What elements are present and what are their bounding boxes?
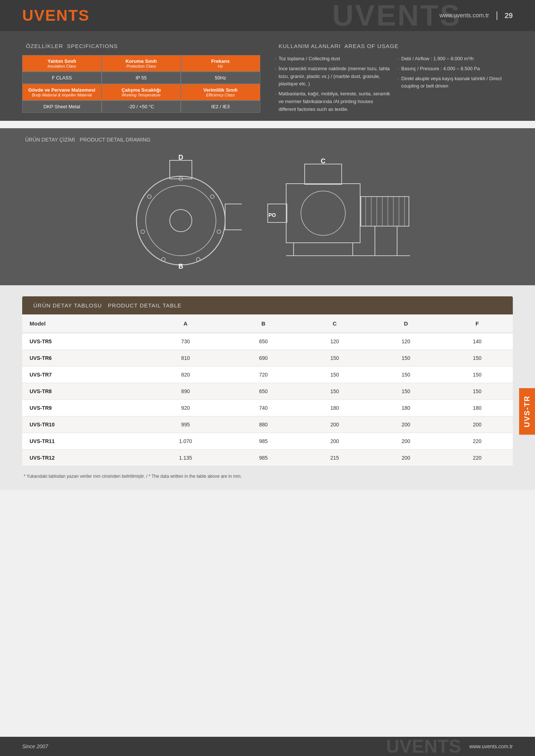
usage-list-right: Debi / Airflow : 1.900 – 8.000 m³/h Bası… <box>397 55 513 90</box>
table-row: UVS-TR111.070985200200220 <box>22 433 513 449</box>
cell-value: 180 <box>441 399 513 416</box>
cell-value: 120 <box>370 333 441 350</box>
usage-item-2: İnce tanecikli malzeme naklinde (mermer … <box>275 65 390 88</box>
specs-title: ÖZELLİKLERSPECIFICATIONS <box>22 42 260 50</box>
specs-grid: Yalıtım Sınıfı Insulation Class Koruma S… <box>22 55 260 113</box>
temp-value: -20 / +50 °C <box>102 101 181 113</box>
cell-value: 810 <box>143 350 228 366</box>
specs-row-values1: F CLASS IP 55 50Hz <box>22 72 260 84</box>
cell-value: 180 <box>370 399 441 416</box>
cell-value: 220 <box>441 449 513 466</box>
cell-value: 200 <box>370 416 441 433</box>
table-row: UVS-TR5730650120120140 <box>22 333 513 350</box>
usage-columns: Toz toplama / Collecting dust İnce tanec… <box>275 55 513 113</box>
insulation-subtitle: Insulation Class <box>27 64 97 68</box>
side-label: UVS-TR <box>519 388 535 435</box>
logo: UVENTS <box>22 7 89 24</box>
usage-title: KULLANIM ALANLARIAREAS OF USAGE <box>275 42 513 50</box>
efficiency-title: Verimlilik Sınıfı <box>186 87 255 93</box>
usage-item-4: Debi / Airflow : 1.900 – 8.000 m³/h <box>397 55 513 63</box>
body-subtitle: Body Material & Impeller Material <box>27 93 97 97</box>
cell-model: UVS-TR11 <box>22 433 143 449</box>
header-page: 29 <box>497 11 513 20</box>
footnote: * Yukarıdaki tablodan yazan veriler mm c… <box>22 474 513 479</box>
table-header-row: Model A B C D F <box>22 314 513 333</box>
svg-rect-12 <box>305 164 342 184</box>
cell-value: 200 <box>370 449 441 466</box>
usage-right: Debi / Airflow : 1.900 – 8.000 m³/h Bası… <box>397 55 513 113</box>
svg-point-8 <box>162 258 165 261</box>
cell-value: 150 <box>441 350 513 366</box>
col-model: Model <box>22 314 143 333</box>
label-b: B <box>178 263 183 270</box>
svg-point-14 <box>301 191 345 235</box>
svg-point-7 <box>196 258 200 261</box>
usage-list-left: Toz toplama / Collecting dust İnce tanec… <box>275 55 390 113</box>
drawing-section: ÜRÜN DETAY ÇİZİMİ PRODUCT DETAIL DRAWING… <box>0 128 535 285</box>
table-row: UVS-TR10995880200200200 <box>22 416 513 433</box>
cell-value: 120 <box>299 333 370 350</box>
cell-value: 820 <box>143 366 228 383</box>
svg-point-6 <box>217 230 221 234</box>
specs-row-header2: Gövde ve Pervane Malzemesi Body Material… <box>22 84 260 101</box>
cell-value: 650 <box>228 333 299 350</box>
footer-since: Since 2007 <box>22 743 48 749</box>
cell-value: 690 <box>228 350 299 366</box>
usage-item-5: Basınç / Pressure : 4.000 – 8.500 Pa <box>397 65 513 73</box>
insulation-value: F CLASS <box>22 72 102 84</box>
footer-url: www.uvents.com.tr <box>470 743 513 749</box>
fan-front-drawing: D A B <box>116 152 242 270</box>
temp-title: Çalışma Sıcaklığı <box>106 87 176 93</box>
col-f: F <box>441 314 513 333</box>
cell-value: 140 <box>441 333 513 350</box>
footer-bg-logo: UVENTS <box>386 736 461 756</box>
cell-value: 920 <box>143 399 228 416</box>
header: UVENTS UVENTS www.uvents.com.tr 29 <box>0 0 535 31</box>
specs-row-header1: Yalıtım Sınıfı Insulation Class Koruma S… <box>22 55 260 72</box>
cell-value: 200 <box>441 416 513 433</box>
svg-point-10 <box>148 195 151 198</box>
efficiency-subtitle: Efficiency Class <box>186 93 255 97</box>
cell-model: UVS-TR6 <box>22 350 143 366</box>
header-bg-logo: UVENTS <box>332 0 461 33</box>
protection-title: Koruma Sınıfı <box>106 58 176 64</box>
table-row: UVS-TR8890650150150150 <box>22 383 513 399</box>
cell-value: 150 <box>299 366 370 383</box>
cell-value: 1.135 <box>143 449 228 466</box>
temp-subtitle: Working Temperature <box>106 93 176 97</box>
table-row: UVS-TR9920740180180180 <box>22 399 513 416</box>
frequency-value: 50Hz <box>181 72 260 84</box>
cell-value: 220 <box>441 433 513 449</box>
cell-value: 720 <box>228 366 299 383</box>
product-detail-table-section: ÜRÜN DETAY TABLOSU PRODUCT DETAIL TABLE … <box>22 296 513 466</box>
efficiency-value: IE2 / IE3 <box>181 101 260 113</box>
col-c: C <box>299 314 370 333</box>
drawing-area: D A B C <box>22 149 513 278</box>
usage-item-6: Direkt akuple veya kayış kasnak tahrikli… <box>397 75 513 91</box>
svg-point-5 <box>210 195 214 198</box>
cell-value: 150 <box>299 383 370 399</box>
usage-column: KULLANIM ALANLARIAREAS OF USAGE Toz topl… <box>275 42 513 113</box>
usage-item-1: Toz toplama / Collecting dust <box>275 55 390 63</box>
main-content: ÜRÜN DETAY TABLOSU PRODUCT DETAIL TABLE … <box>0 285 535 490</box>
usage-left: Toz toplama / Collecting dust İnce tanec… <box>275 55 390 113</box>
cell-value: 985 <box>228 433 299 449</box>
col-a: A <box>143 314 228 333</box>
body-title: Gövde ve Pervane Malzemesi <box>27 87 97 93</box>
specs-cell-protection-header: Koruma Sınıfı Protection Class <box>102 55 181 72</box>
drawing-title: ÜRÜN DETAY ÇİZİMİ PRODUCT DETAIL DRAWING <box>22 136 513 143</box>
body-value: DKP Sheet Metal <box>22 101 102 113</box>
svg-rect-13 <box>286 184 360 243</box>
cell-value: 215 <box>299 449 370 466</box>
cell-value: 150 <box>441 383 513 399</box>
table-row: UVS-TR121.135985215200220 <box>22 449 513 466</box>
svg-point-9 <box>141 230 145 234</box>
svg-rect-16 <box>361 197 409 226</box>
col-b: B <box>228 314 299 333</box>
top-section: ÖZELLİKLERSPECIFICATIONS Yalıtım Sınıfı … <box>0 31 535 121</box>
col-d: D <box>370 314 441 333</box>
cell-value: 180 <box>299 399 370 416</box>
insulation-title: Yalıtım Sınıfı <box>27 58 97 64</box>
cell-model: UVS-TR9 <box>22 399 143 416</box>
cell-value: 200 <box>299 416 370 433</box>
